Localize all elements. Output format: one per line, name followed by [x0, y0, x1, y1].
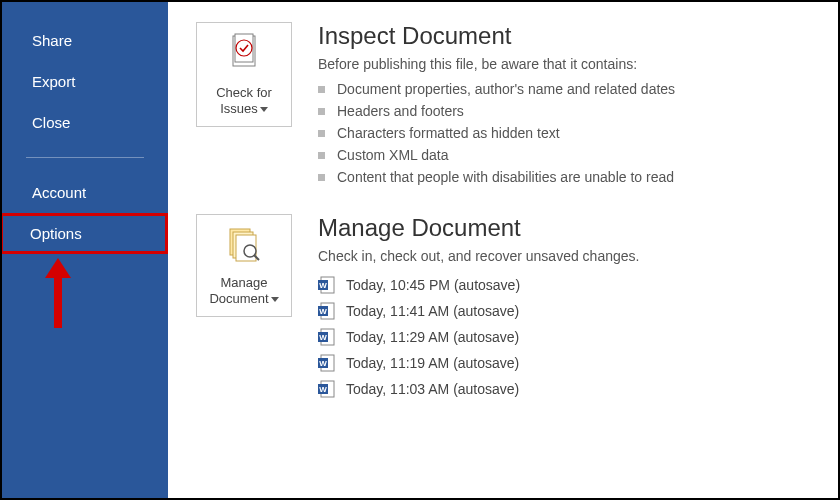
inspect-bullets: Document properties, author's name and r… [318, 78, 675, 188]
manage-text: Manage Document Check in, check out, and… [318, 214, 639, 402]
check-for-issues-button[interactable]: Check for Issues [196, 22, 292, 127]
manage-document-label: Manage Document [209, 275, 278, 308]
version-list: W Today, 10:45 PM (autosave) W Today, 11… [318, 272, 639, 402]
svg-text:W: W [319, 281, 327, 290]
manage-title: Manage Document [318, 214, 639, 242]
backstage-sidebar: Share Export Close Account Options [2, 2, 168, 498]
word-doc-icon: W [318, 354, 336, 372]
sidebar-item-account[interactable]: Account [2, 172, 168, 213]
inspect-section: Check for Issues Inspect Document Before… [196, 22, 810, 188]
manage-subtitle: Check in, check out, and recover unsaved… [318, 248, 639, 264]
word-doc-icon: W [318, 302, 336, 320]
word-doc-icon: W [318, 276, 336, 294]
sidebar-item-share[interactable]: Share [2, 20, 168, 61]
svg-rect-1 [235, 34, 253, 62]
sidebar-item-options[interactable]: Options [0, 213, 168, 254]
inspect-text: Inspect Document Before publishing this … [318, 22, 675, 188]
version-item[interactable]: W Today, 10:45 PM (autosave) [318, 272, 639, 298]
inspect-title: Inspect Document [318, 22, 675, 50]
inspect-bullet: Document properties, author's name and r… [318, 78, 675, 100]
svg-text:W: W [319, 385, 327, 394]
inspect-subtitle: Before publishing this file, be aware th… [318, 56, 675, 72]
sidebar-divider [26, 157, 144, 158]
documents-magnify-icon [224, 225, 264, 269]
word-doc-icon: W [318, 380, 336, 398]
chevron-down-icon [260, 107, 268, 112]
word-doc-icon: W [318, 328, 336, 346]
version-item[interactable]: W Today, 11:29 AM (autosave) [318, 324, 639, 350]
manage-document-button[interactable]: Manage Document [196, 214, 292, 317]
sidebar-item-close[interactable]: Close [2, 102, 168, 143]
svg-text:W: W [319, 359, 327, 368]
inspect-bullet: Characters formatted as hidden text [318, 122, 675, 144]
inspect-bullet: Content that people with disabilities ar… [318, 166, 675, 188]
version-item[interactable]: W Today, 11:19 AM (autosave) [318, 350, 639, 376]
svg-text:W: W [319, 333, 327, 342]
main-panel: Check for Issues Inspect Document Before… [168, 2, 838, 498]
clipboard-check-icon [225, 33, 263, 79]
inspect-bullet: Headers and footers [318, 100, 675, 122]
inspect-bullet: Custom XML data [318, 144, 675, 166]
check-for-issues-label: Check for Issues [216, 85, 272, 118]
chevron-down-icon [271, 297, 279, 302]
svg-text:W: W [319, 307, 327, 316]
sidebar-item-export[interactable]: Export [2, 61, 168, 102]
version-item[interactable]: W Today, 11:03 AM (autosave) [318, 376, 639, 402]
manage-section: Manage Document Manage Document Check in… [196, 214, 810, 402]
version-item[interactable]: W Today, 11:41 AM (autosave) [318, 298, 639, 324]
